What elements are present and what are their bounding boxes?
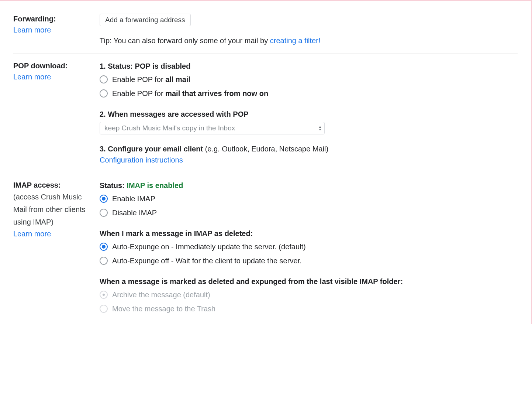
radio-icon[interactable] xyxy=(100,257,108,265)
pop-config-instructions-link[interactable]: Configuration instructions xyxy=(100,156,183,164)
imap-expunge-on-label: Auto-Expunge on - Immediately update the… xyxy=(112,240,306,253)
pop-enable-all-bold: all mail xyxy=(165,75,190,83)
pop-enable-new-prefix: Enable POP for xyxy=(112,89,165,98)
pop-action-select[interactable]: keep Crush Music Mail's copy in the Inbo… xyxy=(100,122,325,134)
pop-content: 1. Status: POP is disabled Enable POP fo… xyxy=(100,61,518,165)
pop-action-select-wrap: keep Crush Music Mail's copy in the Inbo… xyxy=(100,122,325,134)
pop-enable-all-row[interactable]: Enable POP for all mail xyxy=(100,73,518,86)
forwarding-label-col: Forwarding: Learn more xyxy=(13,14,100,46)
pop-status-prefix: 1. Status: xyxy=(100,62,135,70)
imap-title: IMAP access: xyxy=(13,180,95,191)
radio-icon[interactable] xyxy=(100,243,108,251)
pop-status-block: 1. Status: POP is disabled Enable POP fo… xyxy=(100,61,518,100)
imap-trash-label: Move the message to the Trash xyxy=(112,302,215,315)
imap-expunge-off-row[interactable]: Auto-Expunge off - Wait for the client t… xyxy=(100,254,518,267)
imap-expunged-heading: When a message is marked as deleted and … xyxy=(100,276,518,287)
section-imap: IMAP access: (access Crush Music Mail fr… xyxy=(13,173,518,324)
imap-learn-more-link[interactable]: Learn more xyxy=(13,230,51,238)
imap-disable-row[interactable]: Disable IMAP xyxy=(100,206,518,219)
imap-trash-row: Move the message to the Trash xyxy=(100,302,518,315)
section-pop: POP download: Learn more 1. Status: POP … xyxy=(13,54,518,173)
settings-panel: Forwarding: Learn more Add a forwarding … xyxy=(0,1,531,324)
imap-status-value: IMAP is enabled xyxy=(127,181,183,189)
imap-archive-row: Archive the message (default) xyxy=(100,288,518,301)
radio-icon xyxy=(100,291,108,299)
pop-title: POP download: xyxy=(13,61,95,71)
pop-label-col: POP download: Learn more xyxy=(13,61,100,165)
forwarding-title: Forwarding: xyxy=(13,14,95,24)
imap-disable-label: Disable IMAP xyxy=(112,206,157,219)
imap-expunged-block: When a message is marked as deleted and … xyxy=(100,276,518,315)
radio-icon[interactable] xyxy=(100,195,108,203)
pop-step3-heading: 3. Configure your email client (e.g. Out… xyxy=(100,143,518,154)
radio-icon xyxy=(100,305,108,313)
imap-archive-label: Archive the message (default) xyxy=(112,288,210,301)
pop-enable-new-bold: mail that arrives from now on xyxy=(165,89,268,98)
pop-step2-block: 2. When messages are accessed with POP k… xyxy=(100,109,518,134)
imap-expunge-off-label: Auto-Expunge off - Wait for the client t… xyxy=(112,254,302,267)
radio-icon[interactable] xyxy=(100,75,108,83)
imap-status-prefix: Status: xyxy=(100,181,127,189)
pop-enable-all-prefix: Enable POP for xyxy=(112,75,165,83)
forwarding-tip: Tip: You can also forward only some of y… xyxy=(100,35,518,46)
forwarding-tip-text: Tip: You can also forward only some of y… xyxy=(100,37,270,45)
imap-label-col: IMAP access: (access Crush Music Mail fr… xyxy=(13,180,100,317)
pop-step2-heading: 2. When messages are accessed with POP xyxy=(100,109,518,120)
forwarding-learn-more-link[interactable]: Learn more xyxy=(13,26,51,34)
imap-expunge-on-row[interactable]: Auto-Expunge on - Immediately update the… xyxy=(100,240,518,253)
imap-enable-label: Enable IMAP xyxy=(112,192,155,205)
section-forwarding: Forwarding: Learn more Add a forwarding … xyxy=(13,7,518,54)
add-forwarding-address-button[interactable]: Add a forwarding address xyxy=(100,14,191,26)
creating-a-filter-link[interactable]: creating a filter! xyxy=(270,37,321,45)
forwarding-content: Add a forwarding address Tip: You can al… xyxy=(100,14,518,46)
imap-content: Status: IMAP is enabled Enable IMAP Disa… xyxy=(100,180,518,317)
pop-step3-hint: (e.g. Outlook, Eudora, Netscape Mail) xyxy=(205,145,329,153)
pop-step3-bold: 3. Configure your email client xyxy=(100,145,205,153)
pop-enable-new-row[interactable]: Enable POP for mail that arrives from no… xyxy=(100,87,518,100)
pop-status-value: POP is disabled xyxy=(135,62,191,70)
pop-status-line: 1. Status: POP is disabled xyxy=(100,61,518,72)
imap-deleted-block: When I mark a message in IMAP as deleted… xyxy=(100,228,518,267)
pop-enable-new-label: Enable POP for mail that arrives from no… xyxy=(112,87,268,100)
pop-learn-more-link[interactable]: Learn more xyxy=(13,73,51,81)
radio-icon[interactable] xyxy=(100,209,108,217)
imap-status-line: Status: IMAP is enabled xyxy=(100,180,518,191)
imap-enable-row[interactable]: Enable IMAP xyxy=(100,192,518,205)
pop-enable-all-label: Enable POP for all mail xyxy=(112,73,190,86)
radio-icon[interactable] xyxy=(100,89,108,98)
imap-deleted-heading: When I mark a message in IMAP as deleted… xyxy=(100,228,518,239)
pop-step3-block: 3. Configure your email client (e.g. Out… xyxy=(100,143,518,165)
imap-subtitle: (access Crush Music Mail from other clie… xyxy=(13,191,95,228)
imap-status-block: Status: IMAP is enabled Enable IMAP Disa… xyxy=(100,180,518,219)
